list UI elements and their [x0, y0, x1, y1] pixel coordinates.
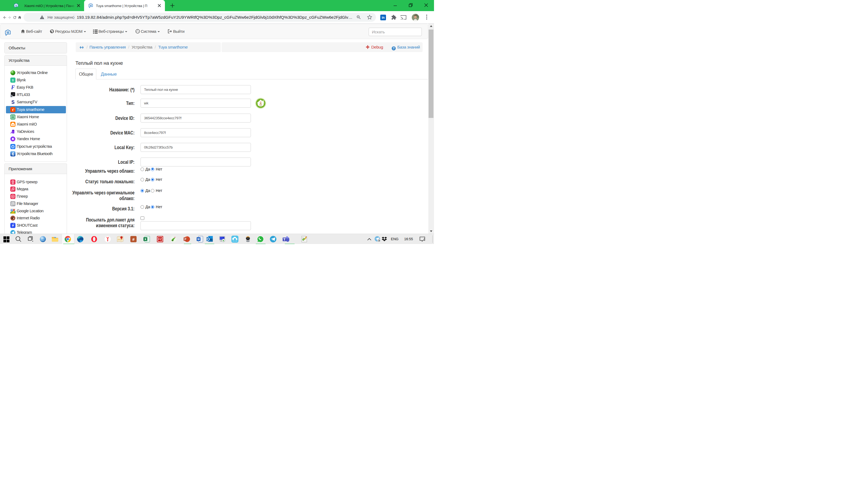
svg-text:M: M [12, 202, 13, 204]
svg-text:B: B [12, 78, 14, 82]
svg-text:M: M [15, 4, 18, 7]
svg-text:#: # [132, 237, 135, 241]
svg-text:P: P [184, 237, 186, 241]
svg-text:S: S [11, 99, 14, 105]
svg-text:F: F [11, 85, 15, 90]
svg-text:FZ: FZ [158, 238, 162, 241]
svg-text:M: M [90, 4, 92, 7]
svg-text:mi: mi [12, 124, 14, 126]
svg-text:M: M [6, 31, 9, 34]
svg-text:..6: ..6 [378, 239, 380, 242]
